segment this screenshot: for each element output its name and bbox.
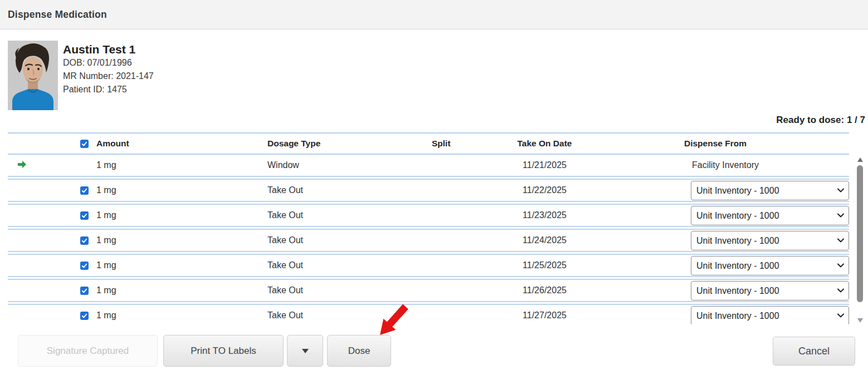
dispense-from-select-wrap: Unit Inventory - 1000: [691, 181, 849, 200]
checkmark-icon: [81, 313, 87, 319]
patient-photo: [8, 41, 58, 110]
dose-button[interactable]: Dose: [327, 335, 391, 367]
checkmark-icon: [81, 238, 87, 244]
dialog-titlebar: Dispense Medication: [0, 0, 868, 29]
patient-info: Austin Test 1 DOB: 07/01/1996 MR Number:…: [63, 41, 154, 110]
dispense-from-select[interactable]: Unit Inventory - 1000: [691, 181, 849, 200]
patient-mr-number: MR Number: 2021-147: [63, 70, 154, 83]
row-divider: [8, 251, 849, 255]
take-on-date-cell: 11/21/2025: [474, 160, 616, 170]
dosage-type-cell: Take Out: [262, 310, 429, 320]
patient-photo-image: [8, 41, 58, 110]
print-options-dropdown-button[interactable]: [287, 335, 323, 367]
amount-cell: 1 mg: [96, 310, 116, 320]
patient-summary: Austin Test 1 DOB: 07/01/1996 MR Number:…: [8, 41, 154, 110]
dose-table-body: 1 mg Window 11/21/2025 Facility Inventor…: [8, 155, 849, 324]
row-checkbox[interactable]: [80, 186, 89, 195]
amount-cell: 1 mg: [96, 235, 116, 245]
row-checkbox[interactable]: [80, 262, 89, 270]
select-all-checkbox[interactable]: [80, 140, 89, 148]
column-header-split: Split: [429, 139, 474, 149]
checkmark-icon: [81, 213, 87, 219]
row-checkbox[interactable]: [80, 287, 89, 295]
ready-to-dose-count: Ready to dose: 1 / 7: [776, 115, 865, 126]
table-row: 1 mg Take Out 11/27/2025 Unit Inventory …: [8, 305, 849, 324]
row-divider: [8, 201, 849, 205]
current-dose-arrow-icon: [17, 159, 27, 170]
patient-id: Patient ID: 1475: [63, 83, 154, 96]
scroll-up-arrow-icon[interactable]: [857, 157, 863, 162]
dosage-type-cell: Take Out: [262, 260, 429, 270]
take-on-date-cell: 11/22/2025: [474, 185, 616, 195]
checkmark-icon: [81, 263, 87, 269]
dispense-from-select[interactable]: Unit Inventory - 1000: [691, 281, 849, 300]
amount-cell: 1 mg: [96, 210, 116, 220]
amount-cell: 1 mg: [96, 160, 116, 170]
table-row: 1 mg Take Out 11/22/2025 Unit Inventory …: [8, 180, 849, 201]
dispense-from-select-wrap: Unit Inventory - 1000: [691, 231, 849, 250]
cancel-button[interactable]: Cancel: [773, 337, 855, 366]
dispense-from-select[interactable]: Unit Inventory - 1000: [691, 306, 849, 325]
table-row: 1 mg Take Out 11/26/2025 Unit Inventory …: [8, 280, 849, 301]
take-on-date-cell: 11/23/2025: [474, 210, 616, 220]
row-checkbox[interactable]: [80, 211, 89, 220]
scrollbar-thumb[interactable]: [857, 165, 863, 302]
signature-captured-button: Signature Captured: [18, 335, 158, 367]
dispense-from-select[interactable]: Unit Inventory - 1000: [691, 231, 849, 250]
checkmark-icon: [81, 141, 87, 147]
dispense-from-select[interactable]: Unit Inventory - 1000: [691, 256, 849, 275]
patient-dob: DOB: 07/01/1996: [63, 56, 154, 70]
dispense-from-select[interactable]: Unit Inventory - 1000: [691, 206, 849, 225]
amount-cell: 1 mg: [96, 185, 116, 195]
table-row: 1 mg Take Out 11/23/2025 Unit Inventory …: [8, 205, 849, 226]
take-on-date-cell: 11/25/2025: [474, 260, 616, 270]
column-header-dosage-type: Dosage Type: [262, 139, 429, 149]
column-header-dispense-from: Dispense From: [616, 139, 747, 149]
table-row: 1 mg Take Out 11/24/2025 Unit Inventory …: [8, 230, 849, 251]
table-row: 1 mg Window 11/21/2025 Facility Inventor…: [8, 155, 849, 176]
take-on-date-cell: 11/27/2025: [474, 310, 616, 320]
dispense-from-select-wrap: Unit Inventory - 1000: [691, 256, 849, 275]
scroll-down-arrow-icon[interactable]: [857, 318, 863, 323]
row-divider: [8, 276, 849, 280]
amount-cell: 1 mg: [96, 285, 116, 295]
print-to-labels-button[interactable]: Print TO Labels: [163, 335, 284, 367]
row-divider: [8, 226, 849, 230]
checkmark-icon: [81, 188, 87, 194]
row-divider: [8, 301, 849, 305]
amount-cell: 1 mg: [96, 260, 116, 270]
column-header-amount: Amount: [96, 139, 129, 149]
dosage-type-cell: Take Out: [262, 235, 429, 245]
dose-table-header: Amount Dosage Type Split Take On Date Di…: [8, 132, 849, 155]
dialog-title: Dispense Medication: [8, 9, 107, 21]
dosage-type-cell: Take Out: [262, 210, 429, 220]
dosage-type-cell: Take Out: [262, 285, 429, 295]
take-on-date-cell: 11/26/2025: [474, 285, 616, 295]
caret-down-icon: [302, 349, 309, 353]
row-checkbox[interactable]: [80, 312, 89, 320]
dispense-from-select-wrap: Unit Inventory - 1000: [691, 281, 849, 300]
dosage-type-cell: Window: [262, 160, 429, 170]
table-row: 1 mg Take Out 11/25/2025 Unit Inventory …: [8, 255, 849, 276]
column-header-take-on-date: Take On Date: [474, 139, 616, 149]
patient-name: Austin Test 1: [63, 43, 154, 56]
row-divider: [8, 176, 849, 180]
dispense-from-select-wrap: Unit Inventory - 1000: [691, 306, 849, 325]
dispense-from-select-wrap: Unit Inventory - 1000: [691, 206, 849, 225]
dispense-from-text: Facility Inventory: [616, 160, 759, 170]
checkmark-icon: [81, 288, 87, 294]
dose-table: Amount Dosage Type Split Take On Date Di…: [8, 132, 849, 324]
table-scrollbar[interactable]: [856, 156, 864, 324]
row-checkbox[interactable]: [80, 236, 89, 245]
dosage-type-cell: Take Out: [262, 185, 429, 195]
take-on-date-cell: 11/24/2025: [474, 235, 616, 245]
